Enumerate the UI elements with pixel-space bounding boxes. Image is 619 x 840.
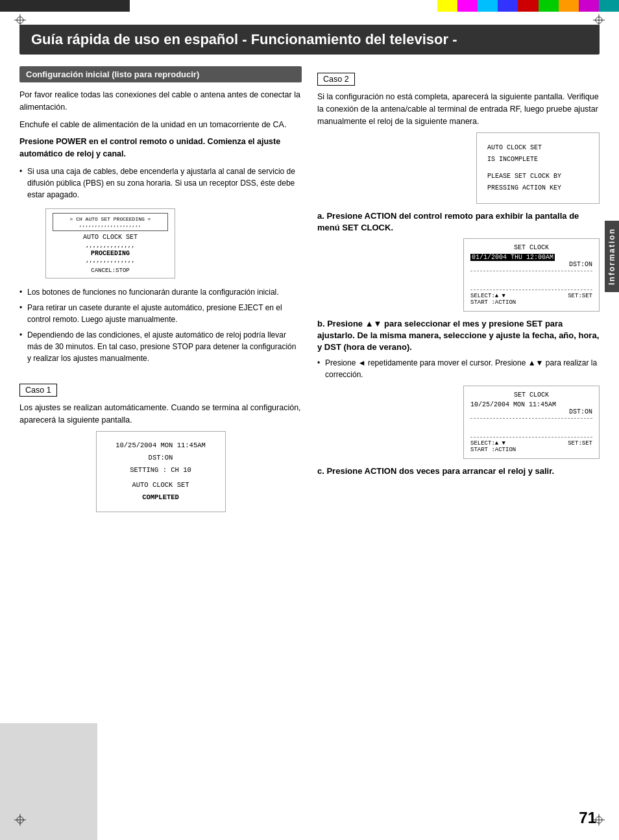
bullet-item-1: Si usa una caja de cables, debe encender… [19, 166, 302, 201]
screen-inner-proceeding: > CH AUTO SET PROCEEDING = ,,,,,,,,,,,,,… [53, 213, 168, 231]
setclock2-header: SET CLOCK [470, 391, 592, 399]
proceeding-screen: > CH AUTO SET PROCEEDING = ,,,,,,,,,,,,,… [45, 208, 175, 278]
incomplete-screen: AUTO CLOCK SET IS INCOMPLETE PLEASE SET … [476, 132, 600, 204]
screen-proceeding-dots3: ,,,,,,,,,,,,,, [53, 257, 168, 264]
dashed-divider-2 [470, 290, 592, 290]
intro-bold: Presione POWER en el control remoto o un… [19, 136, 302, 160]
screen-autoclockset: AUTO CLOCK SET [53, 234, 168, 241]
screen-proceeding-dots: ,,,,,,,,,,,,,,,,,,,, [57, 222, 164, 228]
caso1-section: Caso 1 Los ajustes se realizan automátic… [19, 377, 302, 512]
bullet-list-bottom: Los botones de funciones no funcionarán … [19, 286, 302, 364]
left-column: Configuración inicial (listo para reprod… [19, 66, 302, 517]
screen-proceeding-line1: > CH AUTO SET PROCEEDING = [57, 216, 164, 222]
setclock-screen-2: SET CLOCK 10/25/2004 MON 11:45AM DST:ON … [463, 386, 600, 459]
right-column: Caso 2 Si la configuración no está compl… [317, 66, 600, 517]
setclock2-set: SET:SET [568, 440, 592, 447]
dashed-divider-1 [470, 271, 592, 271]
step-b-heading: b. Presione ▲▼ para seleccionar el mes y… [317, 318, 600, 354]
setclock2-date: 10/25/2004 MON 11:45AM [470, 401, 556, 408]
bullet-item-4: Dependiendo de las condiciones, el ajust… [19, 329, 302, 364]
completed-line1: 10/25/2004 MON 11:45AM [107, 439, 215, 452]
step-a-heading: a. Presione ACTION del control remoto pa… [317, 210, 600, 234]
reg-mark-tl [14, 14, 26, 26]
completed-line5: COMPLETED [107, 491, 215, 504]
setclock1-footer: SELECT:▲ ▼ SET:SET [470, 293, 592, 299]
page-number: 71 [579, 809, 596, 827]
caso2-text: Si la configuración no está completa, ap… [317, 91, 600, 127]
step-b-bullet: Presione ◄ repetidamente para mover el c… [317, 357, 600, 380]
caso1-label: Caso 1 [19, 384, 57, 397]
setclock1-dst: DST:ON [470, 261, 592, 268]
setclock1-start: START :ACTION [470, 299, 592, 306]
setclock2-dst: DST:ON [470, 408, 592, 415]
page-title: Guía rápida de uso en español - Funciona… [19, 25, 600, 55]
screen-cancel-stop: CANCEL:STOP [53, 267, 168, 274]
dashed-divider-4 [470, 437, 592, 438]
completed-line2: DST:ON [107, 452, 215, 464]
setclock1-header: SET CLOCK [470, 244, 592, 251]
setclock1-date: 01/1/2004 THU 12:00AM [470, 254, 555, 261]
bullet-item-2: Los botones de funciones no funcionarán … [19, 286, 302, 298]
incomplete-line4: PRESSING ACTION KEY [487, 182, 589, 194]
incomplete-line1: AUTO CLOCK SET [487, 142, 589, 154]
step-c-heading: c. Presione ACTION dos veces para arranc… [317, 465, 600, 477]
setclock-screen-1: SET CLOCK 01/1/2004 THU 12:00AM DST:ON S… [463, 238, 600, 312]
main-content: Guía rápida de uso en español - Funciona… [0, 12, 619, 530]
setclock2-select: SELECT:▲ ▼ [470, 440, 505, 447]
reg-mark-bl [14, 814, 26, 826]
setclock1-set: SET:SET [568, 293, 592, 299]
intro-p1: Por favor realice todas las conexiones d… [19, 89, 302, 114]
information-sidebar: Information [605, 221, 619, 292]
setclock2-start: START :ACTION [470, 447, 592, 453]
setclock2-footer: SELECT:▲ ▼ SET:SET [470, 440, 592, 447]
section-heading: Configuración inicial (listo para reprod… [19, 66, 302, 82]
step-b-bullets: Presione ◄ repetidamente para mover el c… [317, 357, 600, 380]
completed-line3: SETTING : CH 10 [107, 464, 215, 476]
incomplete-line2: IS INCOMPLETE [487, 154, 589, 166]
caso1-text: Los ajustes se realizan automáticamente.… [19, 402, 302, 426]
information-label: Information [607, 228, 616, 285]
bullet-item-3: Para retirar un casete durante el ajuste… [19, 302, 302, 325]
setclock1-select: SELECT:▲ ▼ [470, 293, 505, 299]
reg-mark-tr [593, 14, 605, 26]
screen-proceeding-dots2: ,,,,,,,,,,,,,, [53, 242, 168, 249]
completed-line4: AUTO CLOCK SET [107, 479, 215, 491]
bullet-list-top: Si usa una caja de cables, debe encender… [19, 166, 302, 201]
incomplete-line3: PLEASE SET CLOCK BY [487, 171, 589, 182]
top-color-bar [0, 0, 619, 12]
proceeding-screen-container: > CH AUTO SET PROCEEDING = ,,,,,,,,,,,,,… [45, 208, 302, 278]
setclock2-date-row: 10/25/2004 MON 11:45AM [470, 401, 592, 408]
caso2-label: Caso 2 [317, 73, 355, 86]
dashed-divider-3 [470, 418, 592, 419]
intro-p2: Enchufe el cable de alimentación de la u… [19, 119, 302, 131]
screen-proceeding-label: PROCEEDING [53, 250, 168, 257]
setclock1-date-row: 01/1/2004 THU 12:00AM [470, 254, 592, 261]
two-column-layout: Configuración inicial (listo para reprod… [19, 66, 600, 517]
completed-screen: 10/25/2004 MON 11:45AM DST:ON SETTING : … [96, 431, 226, 512]
